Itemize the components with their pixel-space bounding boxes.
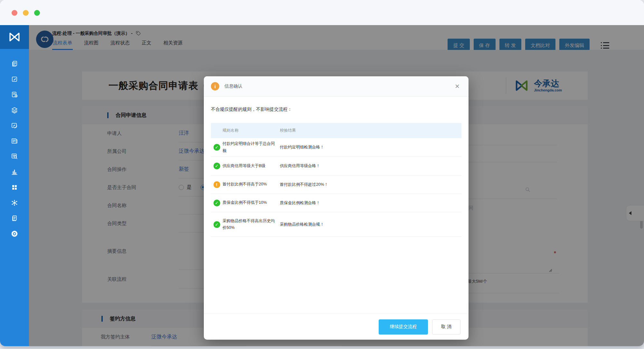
sidebar-item-network[interactable] xyxy=(7,195,22,211)
rule-row: ✓付款约定明细合计等于总合同额付款约定明细检测合格！ xyxy=(211,138,461,157)
modal-body: 不合规仅提醒的规则，不影响提交流程： 规则名称 校验结果 ✓付款约定明细合计等于… xyxy=(204,97,469,314)
app-window: 流程:处理 - 一般采购合同审批（演示） - 流程表单流程图流程状态正文相关资源… xyxy=(0,0,644,346)
success-icon: ✓ xyxy=(213,144,220,151)
status-cell: ✓ xyxy=(211,221,223,228)
rule-result: 供应商信用等级合格！ xyxy=(280,163,461,169)
copy-icon xyxy=(11,214,18,222)
rules-table-header: 规则名称 校验结果 xyxy=(211,123,461,138)
bar-chart-icon xyxy=(11,168,18,176)
documents-icon xyxy=(11,60,18,68)
rules-table: 规则名称 校验结果 ✓付款约定明细合计等于总合同额付款约定明细检测合格！✓供应商… xyxy=(211,123,461,237)
status-cell: ✓ xyxy=(211,163,223,169)
news-icon xyxy=(11,137,18,145)
rule-row: !首付款比例不得高于20%首付款比例不得超过20%！ xyxy=(211,175,461,194)
gear-icon xyxy=(11,230,18,238)
window-close-button[interactable] xyxy=(12,10,17,16)
sidebar-item-layers[interactable] xyxy=(7,102,22,118)
modal-intro: 不合规仅提醒的规则，不影响提交流程： xyxy=(211,107,461,112)
window-minimize-button[interactable] xyxy=(23,10,29,16)
success-icon: ✓ xyxy=(213,221,220,228)
sidebar-item-search-document[interactable] xyxy=(7,149,22,164)
sidebar-item-document-clock[interactable] xyxy=(7,87,22,102)
confirmation-modal: i 信息确认 × 不合规仅提醒的规则，不影响提交流程： 规则名称 校验结果 ✓付… xyxy=(204,76,469,340)
search-document-icon xyxy=(11,153,18,160)
window-titlebar xyxy=(0,0,644,25)
sign-document-icon xyxy=(11,122,18,129)
sidebar-item-sign-document[interactable] xyxy=(7,118,22,133)
info-icon: i xyxy=(211,82,219,90)
layers-icon xyxy=(11,106,18,114)
status-cell: ✓ xyxy=(211,144,223,151)
continue-submit-button[interactable]: 继续提交流程 xyxy=(379,319,428,335)
rule-result: 付款约定明细检测合格！ xyxy=(280,145,461,150)
rule-name: 采购物品价格不得高出历史均价50% xyxy=(223,218,280,231)
result-header: 校验结果 xyxy=(280,128,461,133)
rule-result: 首付款比例不得超过20%！ xyxy=(280,182,461,187)
compose-icon xyxy=(11,75,18,83)
status-cell: ! xyxy=(211,181,223,188)
rule-row: ✓质保金比例不得低于10%质保金比例检测合格！ xyxy=(211,194,461,212)
sidebar-menu xyxy=(0,49,29,241)
sidebar-logo[interactable] xyxy=(0,25,29,49)
sidebar-item-bar-chart[interactable] xyxy=(7,164,22,180)
rules-table-body: ✓付款约定明细合计等于总合同额付款约定明细检测合格！✓供应商信用等级大于B级供应… xyxy=(211,138,461,237)
network-icon xyxy=(11,199,18,207)
status-cell: ✓ xyxy=(211,200,223,206)
rule-name-header: 规则名称 xyxy=(223,128,280,133)
cancel-button[interactable]: 取 消 xyxy=(432,319,460,335)
rule-row: ✓供应商信用等级大于B级供应商信用等级合格！ xyxy=(211,157,461,175)
warning-icon: ! xyxy=(213,181,220,188)
modal-footer: 继续提交流程 取 消 xyxy=(204,314,469,340)
grid-icon xyxy=(11,184,18,191)
document-clock-icon xyxy=(11,91,18,99)
rule-result: 采购物品价格检测合规！ xyxy=(280,222,461,227)
close-icon[interactable]: × xyxy=(453,82,461,91)
sidebar-item-compose[interactable] xyxy=(7,71,22,87)
rule-name: 首付款比例不得高于20% xyxy=(223,181,280,188)
success-icon: ✓ xyxy=(213,200,220,206)
sidebar-item-copy[interactable] xyxy=(7,211,22,226)
success-icon: ✓ xyxy=(213,163,220,169)
rule-row: ✓采购物品价格不得高出历史均价50%采购物品价格检测合规！ xyxy=(211,212,461,237)
rule-result: 质保金比例检测合格！ xyxy=(280,200,461,206)
rule-name: 质保金比例不得低于10% xyxy=(223,199,280,206)
sidebar-item-grid[interactable] xyxy=(7,180,22,195)
rule-name: 付款约定明细合计等于总合同额 xyxy=(223,140,280,154)
sidebar-item-gear[interactable] xyxy=(7,226,22,241)
rule-name: 供应商信用等级大于B级 xyxy=(223,163,280,169)
sidebar-item-news[interactable] xyxy=(7,133,22,149)
bowtie-logo-icon xyxy=(7,32,22,42)
modal-header: i 信息确认 × xyxy=(204,76,469,97)
screenshot-stage: 流程:处理 - 一般采购合同审批（演示） - 流程表单流程图流程状态正文相关资源… xyxy=(0,0,644,349)
modal-title: 信息确认 xyxy=(224,83,453,89)
sidebar xyxy=(0,25,29,346)
sidebar-item-documents[interactable] xyxy=(7,56,22,71)
window-zoom-button[interactable] xyxy=(34,10,40,16)
